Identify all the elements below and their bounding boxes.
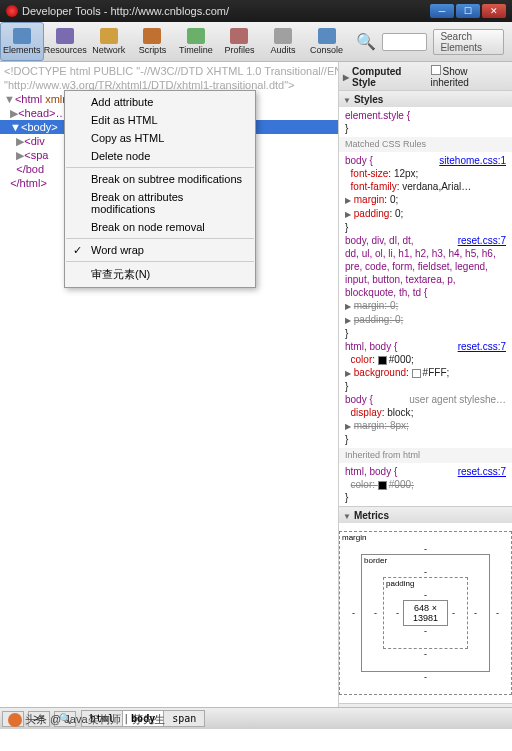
computed-style-header[interactable]: Computed StyleShow inherited xyxy=(339,62,512,90)
metrics-header[interactable]: Metrics xyxy=(339,507,512,523)
tab-timeline[interactable]: Timeline xyxy=(174,22,218,61)
tab-scripts[interactable]: Scripts xyxy=(131,22,175,61)
menu-edit-html[interactable]: Edit as HTML xyxy=(65,111,255,129)
tab-console[interactable]: Console xyxy=(305,22,349,61)
toolbar-search: 🔍 Search Elements xyxy=(348,22,512,61)
maximize-button[interactable]: ☐ xyxy=(456,4,480,18)
search-input[interactable] xyxy=(382,33,427,51)
menu-separator xyxy=(66,238,254,239)
source-link[interactable]: reset.css:7 xyxy=(458,465,506,478)
tab-audits[interactable]: Audits xyxy=(261,22,305,61)
tab-elements[interactable]: Elements xyxy=(0,22,44,61)
minimize-button[interactable]: ─ xyxy=(430,4,454,18)
timeline-icon xyxy=(187,28,205,44)
context-menu: Add attribute Edit as HTML Copy as HTML … xyxy=(64,90,256,288)
window-title: Developer Tools - http://www.cnblogs.com… xyxy=(22,5,229,17)
window-controls: ─ ☐ ✕ xyxy=(430,4,506,18)
menu-add-attribute[interactable]: Add attribute xyxy=(65,93,255,111)
metrics-box: margin - - border - - padding - - 648 × … xyxy=(339,523,512,703)
doctype-line[interactable]: <!DOCTYPE html PUBLIC "-//W3C//DTD XHTML… xyxy=(0,64,338,78)
titlebar: Developer Tools - http://www.cnblogs.com… xyxy=(0,0,512,22)
network-icon xyxy=(100,28,118,44)
attribution: 头条 @ Java架构师丨苏先生 xyxy=(8,712,165,727)
menu-word-wrap[interactable]: Word wrap xyxy=(65,241,255,259)
devtools-window: Developer Tools - http://www.cnblogs.com… xyxy=(0,0,512,751)
menu-delete-node[interactable]: Delete node xyxy=(65,147,255,165)
styles-sidebar: Computed StyleShow inherited Styles elem… xyxy=(338,62,512,707)
console-icon xyxy=(318,28,336,44)
avatar-icon xyxy=(8,713,22,727)
styles-header[interactable]: Styles xyxy=(339,91,512,107)
crumb-span[interactable]: span xyxy=(163,710,205,727)
menu-separator xyxy=(66,261,254,262)
menu-copy-html[interactable]: Copy as HTML xyxy=(65,129,255,147)
source-link[interactable]: reset.css:7 xyxy=(458,340,506,353)
toolbar: Elements Resources Network Scripts Timel… xyxy=(0,22,512,62)
dom-tree-panel[interactable]: <!DOCTYPE html PUBLIC "-//W3C//DTD XHTML… xyxy=(0,62,338,707)
show-inherited-checkbox[interactable] xyxy=(431,65,441,75)
source-link[interactable]: reset.css:7 xyxy=(458,234,506,247)
chrome-icon xyxy=(6,5,18,17)
menu-inspect-element[interactable]: 审查元素(N) xyxy=(65,264,255,285)
audits-icon xyxy=(274,28,292,44)
menu-break-removal[interactable]: Break on node removal xyxy=(65,218,255,236)
search-elements-button[interactable]: Search Elements xyxy=(433,29,504,55)
profiles-icon xyxy=(230,28,248,44)
tab-network[interactable]: Network xyxy=(87,22,131,61)
styles-body: element.style { } Matched CSS Rules body… xyxy=(339,107,512,506)
close-button[interactable]: ✕ xyxy=(482,4,506,18)
source-link[interactable]: sitehome.css:1 xyxy=(439,154,506,167)
scripts-icon xyxy=(143,28,161,44)
menu-separator xyxy=(66,167,254,168)
menu-break-attributes[interactable]: Break on attributes modifications xyxy=(65,188,255,218)
tab-profiles[interactable]: Profiles xyxy=(218,22,262,61)
menu-break-subtree[interactable]: Break on subtree modifications xyxy=(65,170,255,188)
tab-resources[interactable]: Resources xyxy=(44,22,88,61)
resources-icon xyxy=(56,28,74,44)
elements-icon xyxy=(13,28,31,44)
search-icon: 🔍 xyxy=(356,32,376,51)
properties-header[interactable]: Properties xyxy=(339,704,512,707)
